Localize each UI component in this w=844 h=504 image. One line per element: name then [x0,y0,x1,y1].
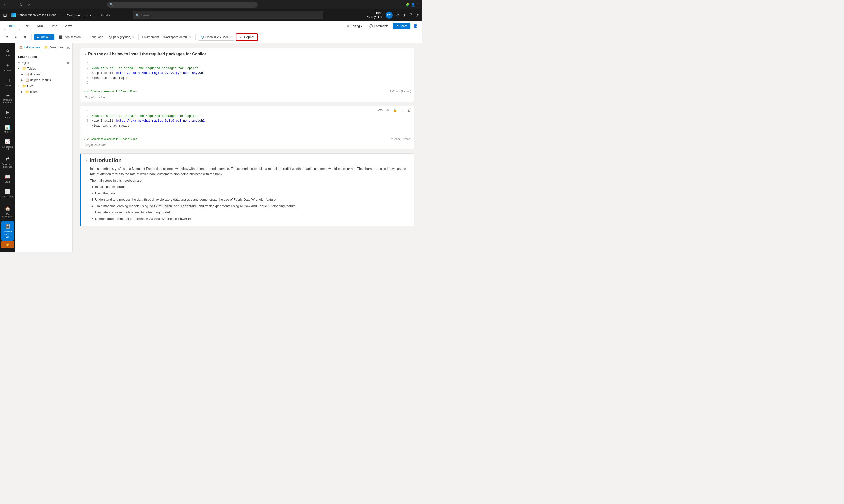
df-clean-toggle[interactable]: ▶ [21,73,24,76]
fabric-logo: Confidential\Microsoft Extend... [11,13,59,17]
intro-title: Introduction [90,157,122,164]
sidebar-item-myworkspace[interactable]: 🏠 My workspace [1,204,14,221]
notebook-area[interactable]: ▾ Run the cell below to install the requ… [73,43,422,252]
workspace-dropdown-arrow: ▾ [189,35,191,39]
share2-icon[interactable]: ↗ [416,13,419,18]
sidebar-item-metrics[interactable]: 📊 Metrics [1,122,14,136]
sidebar-item-home[interactable]: ⌂ Home [1,45,14,59]
more-cell-icon[interactable]: ··· [400,108,405,113]
stop-session-button[interactable]: ⬛ Stop session [56,34,84,40]
saved-badge[interactable]: · Saved ▾ [98,14,110,17]
tab-view[interactable]: View [61,22,75,30]
search-bar[interactable]: 🔍 [133,11,323,19]
sidebar-item-customerchurn[interactable]: 📓 Customer churn-513 [1,221,14,241]
df-pred-results-item[interactable]: ▶ 📋 df_pred_results [15,77,72,83]
app-header: ⊞ Confidential\Microsoft Extend... › Cus… [0,9,422,21]
avatar-badge[interactable]: 125 [385,12,393,19]
churn-item[interactable]: ▶ 📁 churn [15,89,72,94]
edit-cell-icon[interactable]: ✏ [385,108,390,113]
comments-button[interactable]: 💬 Comments [367,23,390,29]
vscode-dropdown-arrow: ▾ [230,35,232,39]
help-icon[interactable]: ? [410,13,412,17]
sidebar-item-onelake[interactable]: ☁ OneLake data hub [1,90,14,107]
code-line-2-4: 4 %load_ext chat_magics [85,124,410,128]
files-toggle[interactable]: ▾ [18,85,21,87]
df-clean-item[interactable]: ▶ 📋 df_clean [15,71,72,77]
explorer-section-title: Lakehouses [18,55,37,59]
myworkspace-icon: 🏠 [5,206,10,212]
sidebar-item-apps[interactable]: ⊞ Apps [1,107,14,121]
steps-header: The main steps in this notebook are: [81,179,414,184]
code-line-5: 5 [85,81,410,86]
orange-icon: ⚡ [5,242,10,247]
sidebar-item-learn[interactable]: 📖 Learn [1,172,14,186]
create-icon: ＋ [5,62,10,68]
tables-tree-item[interactable]: ▾ 📁 Tables [15,66,72,71]
delete-cell-icon[interactable]: 🗑 [406,108,412,113]
tab-data[interactable]: Data [47,22,61,30]
settings-toolbar-button[interactable]: ⚙ [21,34,29,40]
cell-1-language: PySpark (Python) [390,90,411,93]
sidebar-item-monitoring[interactable]: 📈 Monitoring hub [1,137,14,154]
browse-icon: ◫ [5,77,10,83]
add-code-button[interactable]: ⊕ [3,34,11,40]
lock-cell-icon[interactable]: 🔒 [392,108,398,113]
code-link-1: https://aka.ms/chat-magics-0.0.0-py3-non… [116,71,204,76]
language-select[interactable]: PySpark (Python) ▾ [106,34,136,40]
search-input[interactable] [141,13,321,17]
vscode-icon: ⬡ [201,35,204,39]
download-icon[interactable]: ⬇ [403,13,407,18]
open-vscode-button[interactable]: ⬡ Open in VS Code ▾ [198,34,234,41]
settings-icon[interactable]: ⚙ [396,13,400,18]
forward-button[interactable]: → [10,2,16,6]
home-button[interactable]: ⌂ [26,2,32,6]
churn-toggle[interactable]: ▶ [21,90,24,93]
df-pred-toggle[interactable]: ▶ [21,79,24,82]
copilot-button[interactable]: ✦ Copilot [236,33,257,41]
url-input[interactable] [115,3,255,6]
code-line-3: 3 %pip install https://aka.ms/chat-magic… [85,71,410,76]
editing-button[interactable]: ✏ Editing ▾ [345,23,364,29]
exchange-icon: ⇄ [67,61,69,65]
ribbon-right: ✏ Editing ▾ 💬 Comments ↗ Share 👤 [345,23,418,29]
tables-toggle[interactable]: ▾ [18,67,21,70]
code-line-1: 1 [85,61,410,66]
share-button[interactable]: ↗ Share [393,23,411,29]
extensions-icon[interactable]: 🧩 [406,3,410,6]
user-icon[interactable]: 👤 [413,23,418,28]
check-icon-2: ✓ [84,138,86,141]
tab-edit[interactable]: Edit [20,22,33,30]
tab-home[interactable]: Home [4,22,20,30]
workspace-select[interactable]: Workspace default ▾ [161,34,193,40]
cell-1-code[interactable]: 1 2 #Run this cell to install the requir… [80,58,414,89]
environment-label: Environment [141,35,160,39]
cell-2-code[interactable]: 1 2 #Run this cell to install the requir… [80,106,414,136]
monitoring-icon: 📈 [5,139,10,145]
notebook-title[interactable]: Customer churn-5... [67,13,96,17]
intro-toggle[interactable]: ▾ [86,159,88,162]
refresh-button[interactable]: ↻ [18,2,24,6]
sidebar-label-customerchurn: Customer churn-513 [2,230,13,238]
files-tree-item[interactable]: ▾ 📁 Files [15,83,72,89]
url-bar[interactable]: 🔍 [107,1,257,7]
run-all-button[interactable]: ▶ Run all ▾ [34,34,54,40]
sidebar-item-create[interactable]: ＋ Create [1,60,14,74]
code-editor-icon[interactable]: </> [377,108,384,113]
play-icon: ▶ [37,35,39,39]
fabric-label: Confidential\Microsoft Extend... [17,13,59,17]
code-comment-1: #Run this cell to install the required p… [91,66,198,71]
waffle-icon[interactable]: ⊞ [3,12,7,18]
tab-run[interactable]: Run [33,22,47,30]
more-icon[interactable]: ⋮ [417,3,420,6]
sidebar-item-workspaces[interactable]: ⬜ Workspaces [1,186,14,201]
sidebar-item-deployment[interactable]: ⇄ Deployment pipelines [1,154,14,171]
user-tree-item[interactable]: ✏ rajLH ⇄ [15,60,72,66]
profile-icon[interactable]: 👤 [411,3,415,6]
download-button[interactable]: ⬇ [12,34,20,40]
back-button[interactable]: ← [2,2,8,6]
collapse-explorer-button[interactable]: ≪ [65,43,71,52]
sidebar-item-browse[interactable]: ◫ Browse [1,75,14,89]
cell-1-toggle[interactable]: ▾ [85,52,86,56]
explorer-tab-resources[interactable]: 📁 Resources [42,43,65,52]
explorer-tab-lakehouses[interactable]: 🏠 Lakehouses [17,43,42,52]
